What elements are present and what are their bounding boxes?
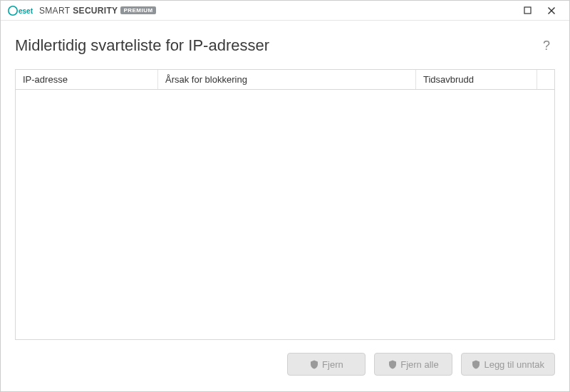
brand: eset SMART SECURITY PREMIUM xyxy=(8,6,156,16)
maximize-icon xyxy=(524,6,532,14)
svg-point-0 xyxy=(9,6,17,14)
close-button[interactable] xyxy=(539,1,564,20)
table-header-row: IP-adresse Årsak for blokkering Tidsavbr… xyxy=(16,70,554,90)
help-icon: ? xyxy=(543,38,550,53)
remove-all-button-label: Fjern alle xyxy=(400,359,438,370)
maximize-button[interactable] xyxy=(515,1,539,20)
column-header-extra xyxy=(537,70,554,89)
shield-icon xyxy=(388,360,397,369)
column-header-reason[interactable]: Årsak for blokkering xyxy=(158,70,416,89)
brand-smart: SMART xyxy=(39,6,70,16)
header: Midlertidig svarteliste for IP-adresser … xyxy=(1,21,569,62)
add-exception-button-label: Legg til unntak xyxy=(484,359,544,370)
eset-logo-icon: eset xyxy=(8,6,35,16)
help-button[interactable]: ? xyxy=(538,37,555,54)
shield-icon xyxy=(472,360,480,369)
svg-text:eset: eset xyxy=(19,7,33,15)
brand-text: SMART SECURITY PREMIUM xyxy=(39,6,156,16)
svg-rect-2 xyxy=(524,7,531,14)
blacklist-table: IP-adresse Årsak for blokkering Tidsavbr… xyxy=(15,69,555,340)
brand-security: SECURITY xyxy=(73,6,118,16)
column-header-timeout[interactable]: Tidsavbrudd xyxy=(416,70,537,89)
content: IP-adresse Årsak for blokkering Tidsavbr… xyxy=(1,62,569,340)
page-title: Midlertidig svarteliste for IP-adresser xyxy=(15,36,538,55)
column-header-ip[interactable]: IP-adresse xyxy=(16,70,158,89)
titlebar: eset SMART SECURITY PREMIUM xyxy=(1,1,569,21)
footer: Fjern Fjern alle Legg til unntak xyxy=(1,340,569,391)
remove-all-button[interactable]: Fjern alle xyxy=(374,353,452,376)
add-exception-button[interactable]: Legg til unntak xyxy=(461,353,555,376)
app-window: eset SMART SECURITY PREMIUM Midlertidig … xyxy=(0,0,570,392)
remove-button[interactable]: Fjern xyxy=(287,353,366,376)
table-body xyxy=(16,90,554,339)
shield-icon xyxy=(310,360,318,369)
brand-badge: PREMIUM xyxy=(120,6,155,14)
close-icon xyxy=(547,6,556,15)
remove-button-label: Fjern xyxy=(322,359,343,370)
